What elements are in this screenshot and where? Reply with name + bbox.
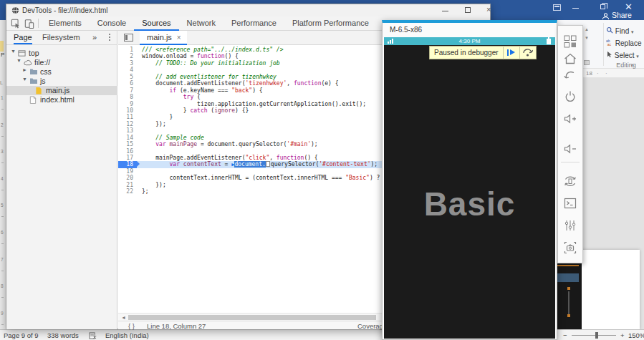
tree-expand-arrow[interactable]: ► <box>22 67 27 72</box>
power-icon[interactable] <box>563 89 577 104</box>
tab-main-js[interactable]: main.js× <box>140 31 187 45</box>
file-tree: ▼top▼file://►css▼jsmain.jsindex.html <box>6 49 117 105</box>
select-button[interactable]: Select ▾ <box>606 51 639 59</box>
device-toolbar-icon[interactable] <box>24 19 34 29</box>
tree-expand-arrow[interactable]: ▼ <box>16 58 21 63</box>
spin-down-icon[interactable]: ▼ <box>585 36 589 40</box>
tab-performance[interactable]: Performance <box>224 16 284 31</box>
line-number[interactable]: 4 <box>118 67 137 73</box>
screenshot-icon[interactable] <box>563 241 577 255</box>
hide-navigator-icon[interactable] <box>124 34 133 42</box>
vruler-number: 9 <box>1 311 4 316</box>
emulator-window: M-6.5-x86 4:30 PM Paused in debugger Bas… <box>382 20 557 340</box>
tree-expand-arrow[interactable]: ▼ <box>22 77 27 82</box>
zoom-out-button[interactable]: − <box>563 331 567 339</box>
line-number[interactable]: 10 <box>118 107 137 114</box>
apps-grid-icon[interactable] <box>563 34 577 49</box>
line-number[interactable]: 18 <box>118 161 137 167</box>
tab-elements[interactable]: Elements <box>41 16 90 31</box>
line-number[interactable]: 20 <box>118 175 137 181</box>
page-count[interactable]: Page 9 of 9 <box>4 331 39 339</box>
indent-marker-icon[interactable] <box>584 60 590 65</box>
tab-filesystem[interactable]: Filesystem <box>42 33 80 42</box>
kebab-menu-icon[interactable] <box>109 34 110 42</box>
tree-item-top[interactable]: ▼top <box>6 49 117 58</box>
line-number[interactable]: 14 <box>118 135 137 141</box>
tree-item-js[interactable]: ▼js <box>6 77 117 86</box>
tree-item-label: css <box>40 67 52 76</box>
line-number[interactable]: 16 <box>118 148 137 155</box>
line-number[interactable]: 12 <box>118 121 137 127</box>
vruler-number: 5 <box>1 203 4 208</box>
line-number[interactable]: 3 <box>118 60 137 67</box>
pretty-print-icon[interactable]: { } <box>128 322 135 330</box>
line-number[interactable]: 9 <box>118 101 137 107</box>
phone-statusbar: 4:30 PM <box>384 37 555 45</box>
rotate-icon[interactable] <box>563 174 577 188</box>
line-number[interactable]: 21 <box>118 182 137 188</box>
language-status[interactable]: English (India) <box>105 331 149 339</box>
line-number[interactable]: 19 <box>118 168 137 175</box>
tree-item-css[interactable]: ►css <box>6 67 117 77</box>
inline-marker-box[interactable] <box>266 161 270 167</box>
tab-platform-performance[interactable]: Platform Performance <box>284 16 377 31</box>
tab-console[interactable]: Console <box>90 16 134 31</box>
word-count[interactable]: 338 words <box>47 331 79 339</box>
volume-down-icon[interactable] <box>563 142 577 156</box>
spin-up-icon[interactable]: ▲ <box>585 27 589 31</box>
tab-sources[interactable]: Sources <box>134 16 178 31</box>
line-number[interactable]: 6 <box>118 80 137 87</box>
devtools-maximize-button[interactable] <box>465 7 471 13</box>
ribbon-display-options-icon[interactable] <box>553 4 561 11</box>
panel-divider <box>561 162 580 162</box>
tree-item-file-[interactable]: ▼file:// <box>6 58 117 67</box>
line-number[interactable]: 22 <box>118 188 137 195</box>
scroll-left-arrow[interactable]: ◄ <box>121 315 126 320</box>
replace-button[interactable]: abac Replace <box>606 39 641 47</box>
tree-item-label: top <box>29 49 39 57</box>
line-number[interactable]: 15 <box>118 141 137 147</box>
find-button[interactable]: Find ▾ <box>606 26 634 35</box>
word-restore-button[interactable] <box>600 4 605 9</box>
line-number[interactable]: 13 <box>118 127 137 134</box>
editing-group-label: Editing <box>606 62 644 69</box>
line-number[interactable]: 5 <box>118 74 137 80</box>
tree-item-label: main.js <box>46 86 69 94</box>
tree-expand-arrow[interactable]: ▼ <box>11 49 16 54</box>
line-number[interactable]: 11 <box>118 114 137 120</box>
tree-item-index-html[interactable]: index.html <box>6 95 117 105</box>
collapse-ribbon-icon[interactable]: ^ <box>631 62 634 69</box>
line-number[interactable]: 1 <box>118 47 137 53</box>
line-number[interactable]: 8 <box>118 94 137 100</box>
zoom-level[interactable]: 150% <box>628 331 644 339</box>
proofing-icon[interactable] <box>89 332 97 339</box>
home-icon[interactable] <box>563 52 577 66</box>
sources-navigator: Page Filesystem » ▼top▼file://►css▼jsmai… <box>6 31 117 329</box>
cloud-icon <box>24 59 33 67</box>
emulator-screen[interactable]: 4:30 PM Paused in debugger Basic <box>384 37 555 339</box>
tab-page[interactable]: Page <box>14 33 32 44</box>
devtools-close-button[interactable]: × <box>486 5 491 14</box>
shell-icon[interactable] <box>563 196 577 210</box>
share-label: Share <box>612 11 632 19</box>
step-over-button[interactable] <box>520 46 536 59</box>
devtools-minimize-button[interactable] <box>442 11 448 11</box>
line-number[interactable]: 7 <box>118 87 137 94</box>
resume-script-button[interactable] <box>504 46 519 59</box>
zoom-slider-thumb[interactable] <box>595 332 598 339</box>
zoom-in-button[interactable]: + <box>620 331 625 339</box>
line-number[interactable]: 17 <box>118 155 137 161</box>
control-sliders-icon[interactable] <box>563 218 577 233</box>
tree-item-main-js[interactable]: main.js <box>6 86 117 95</box>
tab-network[interactable]: Network <box>179 16 224 31</box>
back-icon[interactable] <box>563 69 577 83</box>
scrollbar-thumb[interactable] <box>128 315 376 320</box>
vruler-number: 8 <box>1 283 4 288</box>
inspect-element-icon[interactable] <box>11 19 21 29</box>
close-tab-icon[interactable]: × <box>177 34 181 42</box>
line-number[interactable]: 2 <box>118 53 137 59</box>
more-tabs-chevron[interactable]: » <box>92 33 97 42</box>
zoom-slider-track[interactable] <box>572 335 616 336</box>
volume-up-icon[interactable] <box>563 112 577 126</box>
word-minimize-button[interactable] <box>572 8 579 9</box>
